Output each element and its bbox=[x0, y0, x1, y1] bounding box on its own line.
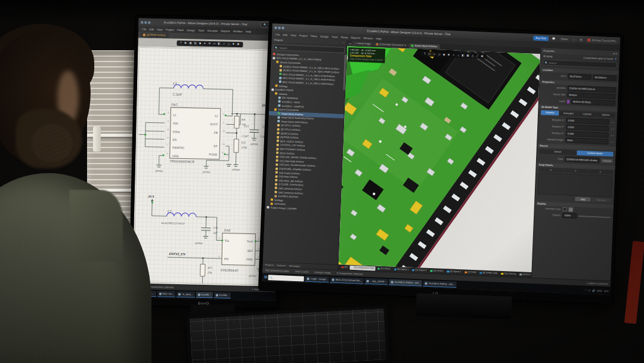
toolbar-icon[interactable]: ◧ bbox=[462, 53, 465, 57]
taskbar-item[interactable]: EcoSB... bbox=[213, 292, 230, 299]
taskbar-item[interactable]: BDC-XX... bbox=[157, 291, 175, 297]
toolbar-icon[interactable]: T bbox=[423, 52, 426, 56]
stepper-icons[interactable]: ▲▼ bbox=[611, 128, 614, 130]
toolbar-icon[interactable]: ◆ bbox=[199, 42, 202, 45]
toolbar-icon[interactable]: ▶ bbox=[184, 41, 187, 45]
taskbar-item[interactable]: EcoSBV1.PrjPcb - Alti... bbox=[423, 281, 457, 288]
status-snap[interactable]: [Hotspot Snap] bbox=[314, 270, 330, 274]
toolbar-icon[interactable]: ▭ bbox=[438, 53, 441, 56]
schematic-canvas[interactable]: L3 2.2µH 4V2_LTE DA2 TPS63000DRCR R8 1M … bbox=[132, 46, 281, 286]
panel-tab[interactable]: Messages bbox=[289, 264, 300, 267]
opacity-slider[interactable] bbox=[578, 216, 611, 218]
add-button[interactable]: Add bbox=[575, 197, 591, 202]
taskbar-item[interactable]: Login - Googl... bbox=[305, 276, 329, 283]
menu-item[interactable]: Window bbox=[233, 29, 243, 32]
taskbar-item[interactable]: BDC-XX13 (Smart Blo... bbox=[330, 276, 364, 284]
buy-now-button[interactable]: Buy Now bbox=[533, 35, 549, 41]
choose-button[interactable]: Choose bbox=[601, 159, 613, 164]
menu-item[interactable]: Help bbox=[376, 37, 381, 40]
override-color-swatch[interactable] bbox=[569, 207, 573, 211]
toolbar-icon[interactable]: ＋ bbox=[433, 53, 436, 56]
menu-item[interactable]: Window bbox=[363, 36, 373, 40]
opacity-value[interactable]: 100% bbox=[562, 213, 577, 219]
tray-volume-icon[interactable]: 🔊 bbox=[592, 289, 595, 292]
x-field[interactable]: 95.872mm bbox=[568, 73, 591, 80]
menu-item[interactable]: Project bbox=[299, 34, 308, 38]
tray-chevron-icon[interactable]: ^ bbox=[585, 288, 586, 291]
model-type-option[interactable]: Sphere bbox=[597, 112, 615, 118]
taskbar-item[interactable]: Login - ... bbox=[138, 290, 156, 297]
model-type-option[interactable]: Generic bbox=[541, 110, 559, 115]
toolbar-icon[interactable]: ⌖ bbox=[452, 53, 455, 57]
menu-item[interactable]: View bbox=[157, 28, 163, 31]
menu-item[interactable]: Reports bbox=[351, 36, 360, 39]
override-color-checkbox[interactable] bbox=[563, 207, 567, 211]
menu-item[interactable]: Reports bbox=[221, 29, 230, 32]
menu-item[interactable]: File bbox=[142, 27, 146, 30]
model-type-option[interactable]: Cylinder bbox=[578, 112, 596, 117]
menu-item[interactable]: Project bbox=[166, 28, 174, 31]
pcb-3d-viewport[interactable]: x 83.200dx: -6.600 mm y 91.400dy: 8.700 … bbox=[339, 46, 540, 272]
toolbar-icon[interactable]: ✚ bbox=[232, 42, 235, 46]
taskbar-item[interactable]: EcoSB... bbox=[196, 292, 212, 299]
gear-icon[interactable]: ⚙ bbox=[578, 37, 584, 42]
source-option[interactable]: Server bbox=[539, 149, 576, 155]
toolbar-icon[interactable]: △ bbox=[227, 42, 230, 46]
layer-tab[interactable]: [6] Signal 3 bbox=[445, 269, 462, 274]
taskbar-item[interactable]: EcoSBV1.PrjPcb - Alti... bbox=[389, 279, 423, 286]
menu-item[interactable]: Edit bbox=[149, 27, 154, 30]
menu-item[interactable]: Help bbox=[246, 30, 251, 33]
layer-select[interactable]: Bottom 3D Body bbox=[571, 99, 615, 106]
toolbar-icon[interactable]: △ bbox=[471, 54, 474, 57]
toolbar-icon[interactable]: ◆ bbox=[442, 53, 445, 56]
toolbar-icon[interactable]: ● bbox=[203, 42, 206, 45]
layer-tab[interactable]: [G] GND1 bbox=[376, 267, 392, 272]
server-status[interactable]: EnCata Concord Pro bbox=[586, 38, 618, 44]
comment-icon[interactable]: 💬 bbox=[550, 36, 558, 41]
layer-tab[interactable]: [S] Signal 2 bbox=[411, 268, 428, 273]
toolbar-icon[interactable]: ◉ bbox=[237, 42, 240, 46]
panel-tab[interactable]: Projects bbox=[265, 263, 274, 267]
menu-item[interactable]: Edit bbox=[283, 33, 287, 36]
toolbar-icon[interactable]: ▭ bbox=[213, 42, 216, 45]
stepper-icons[interactable]: ▲▼ bbox=[610, 141, 614, 143]
panel-options-icon[interactable]: ⋯ bbox=[342, 41, 344, 44]
menu-item[interactable]: File bbox=[275, 33, 280, 36]
layer-tab[interactable]: [M] bbox=[340, 265, 349, 270]
doc-tab-pwr[interactable]: [5] PWR.SchDoc bbox=[140, 32, 169, 38]
source-option[interactable]: Embed Model bbox=[577, 150, 614, 156]
tab-home-page[interactable]: ⌂Home Page bbox=[352, 41, 373, 47]
toolbar-icon[interactable]: ╱ bbox=[476, 54, 479, 57]
toolbar-icon[interactable]: ▦ bbox=[466, 54, 469, 57]
toolbar-icon[interactable]: ■ bbox=[447, 53, 450, 57]
menu-item[interactable]: Place bbox=[177, 28, 184, 31]
share-button[interactable]: Share bbox=[559, 36, 569, 42]
panel-tab[interactable]: Explorer bbox=[277, 263, 286, 267]
taskbar-item[interactable]: re_apos... bbox=[177, 291, 194, 298]
windows-search-input[interactable]: 🔍 bbox=[268, 275, 304, 281]
menu-item[interactable]: Design bbox=[320, 35, 329, 38]
tray-clock[interactable]: 11:5 bbox=[604, 289, 609, 292]
home-icon[interactable]: ⌂ bbox=[571, 37, 577, 42]
menu-item[interactable]: View bbox=[290, 33, 296, 36]
menu-item[interactable]: Tools bbox=[332, 35, 338, 38]
y-field[interactable]: 83.694mm bbox=[593, 75, 616, 81]
windows-start-icon[interactable]: ⊞ bbox=[264, 274, 268, 280]
quick-access-icons[interactable] bbox=[141, 21, 150, 23]
menu-item[interactable]: Route bbox=[340, 35, 348, 38]
nav-fwd-icon[interactable]: ▸ bbox=[351, 42, 352, 45]
toolbar-icon[interactable]: ▷ bbox=[428, 52, 431, 56]
toolbar-icon[interactable]: ↔ bbox=[457, 53, 460, 57]
toolbar-icon[interactable]: ◧ bbox=[218, 42, 221, 45]
stepper-icons[interactable]: ▲▼ bbox=[611, 134, 614, 137]
status-editor[interactable]: Editor bbox=[135, 285, 142, 288]
filter-funnel-icon[interactable]: ▼ bbox=[614, 57, 617, 60]
menu-item[interactable]: Simulate bbox=[207, 29, 218, 32]
toolbar-icon[interactable]: T bbox=[179, 41, 182, 45]
layer-tab[interactable]: [S] Signal 1 bbox=[393, 267, 410, 272]
layer-tab[interactable]: [7] PWR bbox=[463, 270, 477, 275]
toolbar-icon[interactable]: ▦ bbox=[189, 41, 192, 45]
panel-pin-icon[interactable]: ▾ ✕ bbox=[614, 52, 618, 55]
path-field[interactable]: ESP32-C6-WROOM v3.step bbox=[565, 156, 599, 163]
toolbar-icon[interactable]: ▤ bbox=[194, 41, 197, 45]
